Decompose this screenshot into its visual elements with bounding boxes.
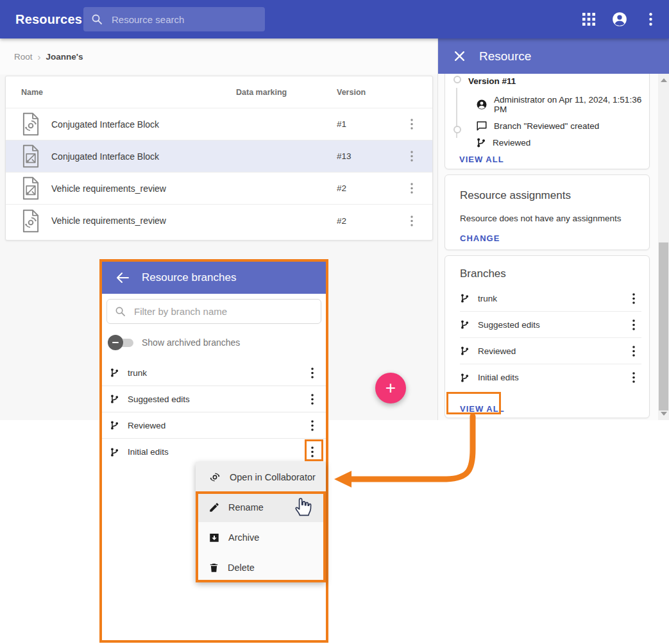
branches-title: Branches (460, 267, 649, 280)
branch-name: Initial edits (478, 373, 626, 382)
branch-icon (110, 368, 119, 378)
branches-card: Branches trunk Suggested edits Reviewed (445, 255, 650, 418)
branch-kebab-menu-icon[interactable] (626, 288, 641, 309)
breadcrumb-current: Joanne's (46, 52, 83, 62)
table-row-selected[interactable]: Conjugated Interface Block #13 (6, 140, 432, 173)
branch-row[interactable]: trunk (102, 360, 326, 386)
row-kebab-menu-icon[interactable] (404, 114, 419, 135)
branch-row[interactable]: Reviewed (102, 412, 326, 439)
branch-row[interactable]: Suggested edits (460, 312, 641, 338)
branch-kebab-menu-icon[interactable] (626, 368, 641, 388)
table-row[interactable]: Vehicle requirements_review #2 (6, 205, 432, 237)
menu-item-archive[interactable]: Archive (196, 522, 326, 552)
scroll-up-icon[interactable] (658, 75, 669, 85)
view-all-branches-link[interactable]: VIEW ALL (460, 404, 649, 414)
branch-context-menu: Open in Collaborator Rename Archive Dele… (196, 462, 326, 582)
toggle-label: Show archived branches (142, 337, 240, 348)
panel-scrollbar[interactable] (658, 74, 669, 420)
resource-name: Conjugated Interface Block (51, 151, 159, 162)
menu-item-rename[interactable]: Rename (196, 492, 326, 522)
branch-name: Reviewed (128, 421, 305, 430)
app-header: Resources (0, 0, 669, 38)
panel-title: Resource (479, 49, 531, 64)
branch-filter-input[interactable] (133, 305, 296, 318)
menu-item-label: Rename (228, 502, 264, 513)
table-row[interactable]: Conjugated Interface Block #1 (6, 108, 432, 140)
scrollbar-thumb[interactable] (659, 242, 668, 411)
search-input[interactable] (110, 13, 241, 26)
column-header-data-marking: Data marking (236, 88, 337, 97)
pencil-icon (208, 502, 220, 513)
row-kebab-menu-icon[interactable] (404, 178, 419, 199)
resource-name: Vehicle requirements_review (51, 216, 166, 226)
breadcrumb-root-link[interactable]: Root (14, 52, 33, 62)
comment-icon (476, 120, 487, 131)
column-header-version: Version (337, 88, 391, 97)
branch-kebab-menu-icon[interactable] (626, 341, 641, 361)
branch-kebab-menu-icon[interactable] (305, 415, 320, 436)
close-icon[interactable] (454, 51, 465, 62)
branch-kebab-menu-icon[interactable] (305, 442, 320, 462)
resource-detail-panel: Resource Version #11 Administrator on Ap… (438, 38, 669, 420)
branch-icon (110, 447, 119, 457)
version-entry-text: Reviewed (493, 138, 530, 148)
menu-item-label: Open in Collaborator (230, 472, 316, 482)
apps-grid-icon[interactable] (580, 11, 597, 28)
scroll-down-icon[interactable] (658, 409, 669, 419)
breadcrumb: Root › Joanne's (0, 38, 437, 74)
search-icon (115, 306, 126, 317)
version-cell: #1 (337, 119, 391, 129)
archive-icon (208, 532, 220, 543)
account-icon[interactable] (611, 11, 628, 28)
assignments-title: Resource assignments (460, 189, 649, 202)
toggle-knob-minus-icon (108, 335, 123, 350)
add-resource-fab[interactable]: + (375, 373, 406, 403)
global-search[interactable] (83, 7, 265, 31)
version-title: Version #11 (468, 76, 649, 86)
menu-item-label: Delete (228, 563, 255, 573)
change-assignments-link[interactable]: CHANGE (460, 233, 649, 243)
version-entry-text: Administrator on Apr 11, 2024, 1:51:36 P… (494, 95, 649, 114)
branch-kebab-menu-icon[interactable] (305, 362, 320, 383)
branch-kebab-menu-icon[interactable] (626, 314, 641, 335)
page-title: Resources (15, 12, 82, 27)
resource-assignments-card: Resource assignments Resource does not h… (445, 174, 650, 250)
panel-header: Resource (438, 38, 669, 74)
version-cell: #2 (337, 183, 391, 193)
branch-row[interactable]: Reviewed (460, 338, 641, 364)
branch-row[interactable]: trunk (460, 285, 641, 312)
archived-toggle-row: Show archived branches (108, 335, 240, 350)
branch-name: trunk (128, 368, 305, 378)
table-row[interactable]: Vehicle requirements_review #2 (6, 173, 432, 205)
search-icon (91, 13, 103, 25)
document-orbit-icon (21, 209, 40, 233)
row-kebab-menu-icon[interactable] (404, 146, 419, 167)
trash-icon (208, 562, 219, 573)
table-header-row: Name Data marking Version (6, 76, 432, 108)
version-history-card: Version #11 Administrator on Apr 11, 202… (445, 69, 650, 169)
dialog-header: Resource branches (102, 262, 326, 294)
person-icon (476, 99, 487, 110)
branch-row[interactable]: Initial edits (102, 439, 326, 465)
branch-filter-field[interactable] (106, 299, 321, 324)
version-cell: #13 (337, 151, 391, 161)
column-header-name: Name (6, 88, 236, 97)
branch-row[interactable]: Suggested edits (102, 386, 326, 412)
menu-item-delete[interactable]: Delete (196, 552, 326, 582)
branch-icon (460, 373, 470, 383)
resource-name: Vehicle requirements_review (51, 183, 166, 194)
back-arrow-icon[interactable] (116, 273, 129, 283)
overflow-menu-icon[interactable] (642, 11, 659, 28)
dialog-title: Resource branches (142, 271, 236, 284)
branch-icon (460, 346, 470, 356)
resource-table: Name Data marking Version (5, 76, 433, 241)
branch-kebab-menu-icon[interactable] (305, 389, 320, 409)
row-kebab-menu-icon[interactable] (404, 210, 419, 231)
menu-item-open-in-collaborator[interactable]: Open in Collaborator (196, 462, 326, 492)
document-diagram-icon (21, 144, 40, 168)
show-archived-toggle[interactable] (108, 335, 133, 350)
branch-icon (460, 293, 470, 303)
branch-icon (460, 319, 470, 330)
branch-row[interactable]: Initial edits (460, 364, 641, 391)
view-all-versions-link[interactable]: VIEW ALL (459, 155, 649, 164)
